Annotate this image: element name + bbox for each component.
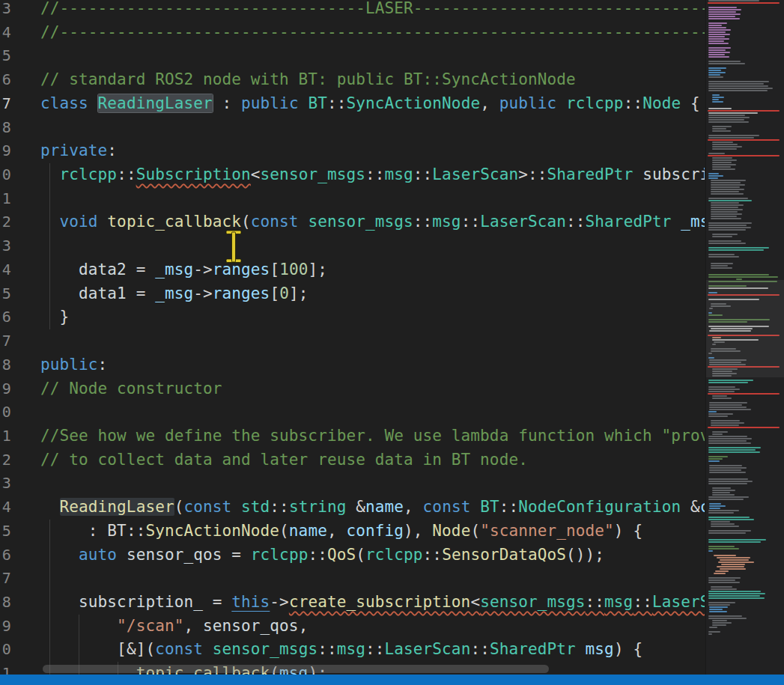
minimap-line (708, 393, 780, 395)
code-line[interactable]: 1//See how we define the subscriber. We … (0, 424, 705, 448)
minimap-line (712, 624, 726, 626)
minimap-line (712, 159, 737, 161)
line-number: 3 (0, 472, 11, 496)
code-line[interactable]: 5 : BT::SyncActionNode(name, config), No… (0, 520, 705, 544)
code-line[interactable]: 8public: (0, 353, 705, 377)
minimap-line (708, 546, 735, 547)
minimap-line (708, 541, 761, 543)
code-line[interactable]: 0 [&](const sensor_msgs::msg::LaserScan:… (0, 638, 705, 662)
code-token: < (470, 593, 480, 611)
code-line[interactable]: 9 "/scan", sensor_qos, (0, 615, 705, 639)
code-token: SharedPtr (547, 165, 633, 183)
code-line-text: "/scan", sensor_qos, (40, 615, 308, 639)
code-token: SensorDataQoS (442, 546, 566, 564)
code-line[interactable]: 4//-------------------------------------… (0, 21, 705, 45)
code-line[interactable]: 1 (0, 187, 705, 211)
minimap-line (708, 391, 735, 392)
code-line[interactable]: 6 auto sensor_qos = rclcpp::QoS(rclcpp::… (0, 544, 705, 567)
minimap-line (709, 627, 717, 628)
code-line[interactable]: 3 (0, 234, 705, 258)
minimap-line (708, 481, 753, 482)
minimap-line (711, 189, 744, 190)
code-token: // Node constructor (40, 380, 222, 398)
code-line[interactable]: 8 (0, 116, 705, 140)
code-token: std (241, 498, 270, 516)
minimap-line (708, 517, 750, 518)
code-line[interactable]: 5 (0, 44, 705, 68)
minimap-line (711, 216, 737, 217)
status-bar[interactable] (0, 675, 784, 685)
code-line[interactable]: 6 } (0, 305, 705, 329)
minimap-line (712, 234, 738, 235)
minimap-line (708, 633, 712, 635)
minimap-line (712, 101, 723, 103)
minimap-line (708, 274, 769, 275)
minimap-line (711, 586, 732, 588)
code-token: // to collect data and later reuse data … (40, 451, 528, 469)
code-token: Subscription (136, 165, 251, 183)
minimap-line (708, 31, 726, 33)
code-line[interactable]: 7class ReadingLaser : public BT::SyncAct… (0, 92, 705, 116)
code-token: "scanner_node" (480, 522, 614, 540)
code-line[interactable]: 3//--------------------------------LASER… (0, 0, 705, 21)
code-line[interactable]: 7 (0, 329, 705, 353)
code-line-text: ReadingLaser(const std::string &name, co… (40, 496, 705, 520)
code-token: , (404, 498, 423, 516)
horizontal-scrollbar-slider[interactable] (43, 665, 549, 673)
minimap-viewport-slider[interactable] (706, 280, 784, 377)
code-token: Node (432, 522, 470, 540)
minimap-line (718, 561, 754, 563)
code-token: :: (127, 522, 146, 540)
code-token: [ (40, 640, 127, 658)
minimap-line (708, 177, 718, 179)
code-line[interactable]: 5 data1 = _msg->ranges[0]; (0, 282, 705, 306)
code-line[interactable]: 6// standard ROS2 node with BT: public B… (0, 68, 705, 92)
minimap-line (708, 61, 741, 62)
code-token (40, 617, 117, 635)
line-number: 6 (0, 544, 11, 567)
code-line[interactable]: 4 ReadingLaser(const std::string &name, … (0, 496, 705, 520)
minimap-line (708, 595, 760, 597)
minimap-line (712, 166, 731, 168)
minimap-line (709, 508, 720, 509)
code-line-text: // Node constructor (40, 377, 222, 401)
code-line[interactable]: 7 (0, 567, 705, 591)
minimap-line (711, 267, 732, 269)
minimap-line (711, 526, 739, 527)
code-token: subscription_ (79, 593, 203, 611)
code-line[interactable]: 4 data2 = _msg->ranges[100]; (0, 258, 705, 282)
code-token: const (423, 498, 481, 516)
code-token: LaserScan (432, 165, 518, 183)
minimap-line (708, 415, 728, 417)
minimap-line (708, 63, 745, 64)
code-token: = (127, 261, 155, 278)
minimap-line (717, 557, 750, 558)
minimap-line (708, 597, 765, 599)
code-token: //--------------------------------------… (40, 23, 705, 41)
minimap[interactable] (705, 0, 784, 675)
minimap-line (708, 550, 713, 552)
minimap-line (708, 447, 761, 448)
code-line[interactable]: 2 void topic_callback(const sensor_msgs:… (0, 210, 705, 234)
minimap-line (708, 579, 735, 581)
line-number: 5 (0, 520, 11, 544)
code-token: :: (586, 593, 605, 611)
code-line[interactable]: 3 (0, 472, 705, 496)
code-line[interactable]: 9private: (0, 139, 705, 163)
minimap-line (712, 94, 720, 96)
code-token: subscription_ (642, 165, 705, 183)
code-editor-area[interactable]: 3//--------------------------------LASER… (0, 0, 705, 675)
code-line[interactable]: 9// Node constructor (0, 377, 705, 401)
minimap-line (708, 460, 720, 462)
code-line-text: data1 = _msg->ranges[0]; (40, 282, 308, 306)
code-line[interactable]: 8 subscription_ = this->create_subscript… (0, 591, 705, 615)
minimap-line (714, 555, 736, 556)
line-number: 9 (0, 139, 11, 163)
minimap-line (712, 144, 738, 145)
code-line[interactable]: 2// to collect data and later reuse data… (0, 448, 705, 472)
line-number: 8 (0, 591, 11, 615)
minimap-line (712, 168, 735, 170)
code-line[interactable]: 0 (0, 401, 705, 424)
code-line[interactable]: 0 rclcpp::Subscription<sensor_msgs::msg:… (0, 163, 705, 187)
minimap-line (714, 573, 726, 574)
